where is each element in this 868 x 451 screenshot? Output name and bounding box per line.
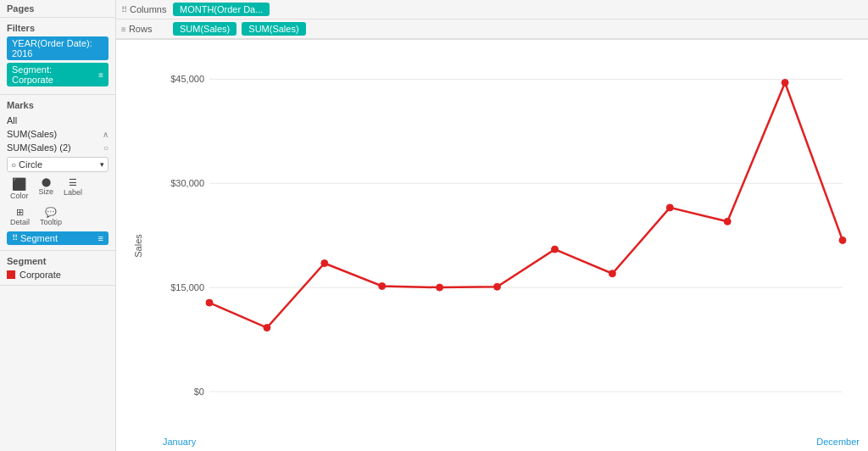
segment-section-label: Segment [7, 256, 108, 266]
svg-point-9 [264, 325, 270, 331]
main-panel: ⠿ Columns MONTH(Order Da... ≡ Rows SUM(S… [116, 0, 868, 451]
svg-point-18 [782, 80, 788, 86]
marks-all-row: All [7, 114, 108, 127]
filter-year-pill[interactable]: YEAR(Order Date): 2016 [7, 36, 108, 60]
svg-text:$0: $0 [194, 387, 204, 397]
svg-text:$45,000: $45,000 [170, 74, 204, 84]
columns-shelf: ⠿ Columns MONTH(Order Da... [116, 0, 868, 19]
svg-point-12 [437, 284, 443, 291]
marks-sum-sales2-label: SUM(Sales) (2) [7, 142, 71, 153]
segment-pill[interactable]: ⠿ Segment ≡ [7, 231, 108, 245]
y-axis-label: Sales [133, 234, 143, 258]
x-axis-start-label: January [163, 437, 196, 447]
marks-sum-sales-row[interactable]: SUM(Sales) ∧ [7, 127, 108, 141]
svg-point-10 [321, 260, 328, 267]
marks-icons-row2: ⊞ Detail 💬 Tooltip [7, 205, 108, 228]
rows-pill2[interactable]: SUM(Sales) [242, 22, 305, 36]
svg-point-17 [724, 218, 731, 225]
columns-label: ⠿ Columns [121, 4, 168, 14]
rows-pill1[interactable]: SUM(Sales) [173, 22, 236, 36]
tooltip-icon: 💬 [45, 207, 57, 218]
pages-section: Pages [0, 0, 115, 18]
rows-label: ≡ Rows [121, 24, 168, 34]
segment-legend-item: Corporate [7, 270, 108, 280]
label-icon: ☰ [69, 177, 77, 188]
svg-text:$30,000: $30,000 [170, 178, 204, 188]
svg-point-15 [609, 270, 615, 277]
detail-button[interactable]: ⊞ Detail [7, 205, 33, 228]
filters-section: Filters YEAR(Order Date): 2016 Segment: … [0, 18, 115, 95]
segment-legend-section: Segment Corporate [0, 251, 115, 286]
chart-container: $45,000$30,000$15,000$0 [163, 48, 860, 417]
segment-pill-label: Segment [20, 233, 58, 243]
size-button[interactable]: ⬤ Size [36, 175, 58, 202]
svg-point-14 [552, 246, 559, 253]
marks-sum-sales-label: SUM(Sales) [7, 129, 57, 139]
chart-area: Sales $45,000$30,000$15,000$0 January De… [116, 40, 868, 451]
pages-label: Pages [7, 3, 34, 14]
color-icon: ⬛ [12, 177, 26, 192]
size-icon: ⬤ [42, 177, 51, 187]
color-button[interactable]: ⬛ Color [7, 175, 32, 202]
chevron2-icon: ○ [103, 143, 108, 153]
svg-text:$15,000: $15,000 [170, 282, 204, 292]
circle-label: Circle [19, 159, 42, 170]
filter-segment-pill[interactable]: Segment: Corporate ≡ [7, 63, 108, 86]
svg-point-16 [666, 204, 673, 211]
filter-segment-icon: ≡ [98, 70, 103, 80]
tooltip-button[interactable]: 💬 Tooltip [36, 205, 65, 228]
detail-icon: ⊞ [16, 207, 24, 218]
chevron-icon: ∧ [103, 130, 108, 139]
legend-color-corporate [7, 270, 15, 279]
marks-label: Marks [7, 100, 108, 110]
marks-sum-sales2-row[interactable]: SUM(Sales) (2) ○ [7, 141, 108, 154]
x-axis-end-label: December [816, 437, 860, 447]
shelf-area: ⠿ Columns MONTH(Order Da... ≡ Rows SUM(S… [116, 0, 868, 40]
legend-label-corporate: Corporate [19, 270, 61, 280]
marks-all-label: All [7, 115, 17, 125]
rows-shelf: ≡ Rows SUM(Sales) SUM(Sales) [116, 19, 868, 39]
circle-icon: ○ [11, 160, 16, 170]
svg-point-11 [379, 283, 386, 290]
columns-pill[interactable]: MONTH(Order Da... [173, 3, 270, 16]
marks-section: Marks All SUM(Sales) ∧ SUM(Sales) (2) ○ … [0, 95, 115, 251]
svg-point-13 [494, 283, 501, 290]
label-button[interactable]: ☰ Label [60, 175, 86, 202]
marks-icons-row: ⬛ Color ⬤ Size ☰ Label [7, 175, 108, 202]
svg-point-8 [206, 299, 213, 306]
sidebar: Pages Filters YEAR(Order Date): 2016 Seg… [0, 0, 116, 451]
segment-pill-icon: ≡ [98, 233, 103, 243]
dropdown-arrow-icon: ▾ [100, 160, 104, 169]
line-chart: $45,000$30,000$15,000$0 [163, 48, 860, 417]
marks-type-dropdown[interactable]: ○ Circle ▾ [7, 157, 108, 172]
filters-label: Filters [7, 23, 108, 33]
svg-point-19 [839, 237, 846, 243]
segment-dots-icon: ⠿ [12, 233, 18, 242]
